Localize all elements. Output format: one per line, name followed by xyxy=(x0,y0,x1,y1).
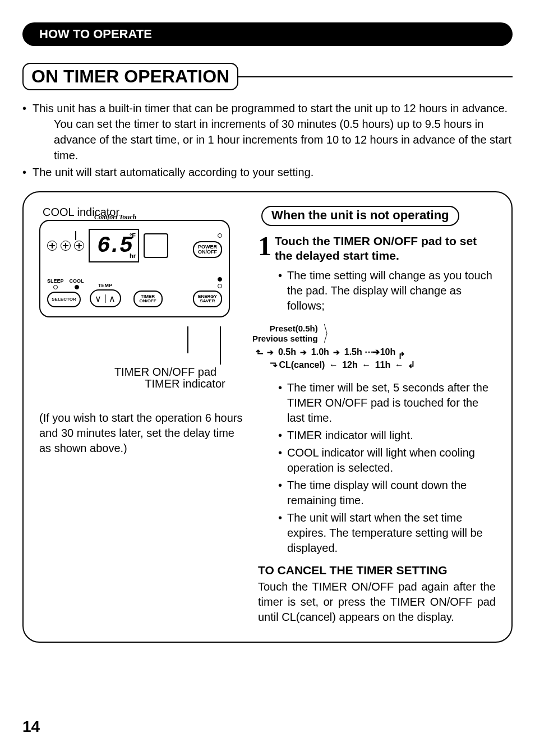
display-value: 6.5 xyxy=(97,233,131,259)
led-icon xyxy=(75,285,79,289)
button-label: ON/OFF xyxy=(198,249,217,255)
flow-left-labels: Preset(0.5h) Previous setting xyxy=(252,324,318,344)
label: SLEEP xyxy=(47,278,64,284)
timer-flow-diagram: Preset(0.5h) Previous setting 〉 ↲ 0.5h 1… xyxy=(252,321,496,371)
intro-text: You can set the timer to start in increm… xyxy=(33,116,513,163)
remote-top-row: 6.5 °F hr POWER ON/OFF xyxy=(47,229,222,262)
loop-arrow-icon: ↲ xyxy=(398,350,405,361)
display-hr: hr xyxy=(130,252,136,259)
main-title: ON TIMER OPERATION xyxy=(22,63,238,90)
intro-text: This unit has a built-in timer that can … xyxy=(33,102,508,114)
timer-button: TIMER ON/OFF xyxy=(133,291,163,307)
callout-lines xyxy=(39,326,247,366)
step-1: 1 Touch the TIMER ON/OFF pad to set the … xyxy=(258,234,496,264)
down-arrow-icon: ∨ xyxy=(95,293,102,304)
intro-list: This unit has a built-in timer that can … xyxy=(22,100,513,180)
loop-arrow-icon: ↲ xyxy=(254,348,265,356)
arrow-icon xyxy=(360,360,372,370)
page-number: 14 xyxy=(22,718,40,736)
step-number: 1 xyxy=(258,234,271,264)
cool-indicator-callout: COOL indicator xyxy=(43,206,247,219)
arrow-icon xyxy=(298,347,308,357)
brand-label: Comfort Touch xyxy=(94,213,136,222)
timer-indicator-callout: TIMER indicator xyxy=(123,377,247,390)
flow-cancel-label: CL(cancel) xyxy=(279,360,325,370)
up-arrow-icon: ∧ xyxy=(109,293,116,304)
fan-icon xyxy=(61,241,71,251)
step-bullets: The timer will be set, 5 seconds after t… xyxy=(278,380,496,556)
fan-icon xyxy=(74,241,84,251)
flow-bottom-row: ↲ CL(cancel) 12h 11h ↲ xyxy=(269,359,415,370)
flow-value: 12h xyxy=(342,360,358,370)
label: Preset(0.5h) xyxy=(270,324,318,333)
led-icon xyxy=(53,285,58,289)
temp-buttons: ∨ | ∧ xyxy=(90,289,121,307)
arrow-icon xyxy=(328,360,340,370)
section-header: HOW TO OPERATE xyxy=(22,22,513,46)
title-rule xyxy=(237,76,513,77)
step-pre-bullets: The time setting will change as you touc… xyxy=(278,268,496,314)
button-label: ON/OFF xyxy=(139,298,156,303)
brace-icon: 〉 xyxy=(322,321,335,347)
power-button: POWER ON/OFF xyxy=(193,241,222,258)
arrow-icon xyxy=(393,360,405,370)
temp-label: TEMP xyxy=(98,283,112,288)
energy-saver-button: ENERGY SAVER xyxy=(193,291,222,307)
step-title: Touch the TIMER ON/OFF pad to set the de… xyxy=(275,234,496,264)
flow-value: 1.5h xyxy=(344,347,362,357)
remote-diagram: Comfort Touch 6.5 °F hr POWER xyxy=(39,220,230,317)
label: COOL xyxy=(70,278,84,284)
arrow-icon xyxy=(265,347,275,357)
bullet-text: The unit will start when the set time ex… xyxy=(278,510,496,556)
timer-led xyxy=(218,277,222,282)
flow-value: 10h xyxy=(380,347,396,357)
cool-indicator: COOL xyxy=(70,278,84,289)
display-screen: 6.5 °F hr xyxy=(89,229,139,262)
bullet-text: The timer will be set, 5 seconds after t… xyxy=(278,380,496,426)
loop-arrow-icon: ↲ xyxy=(408,359,415,370)
button-label: SAVER xyxy=(200,298,215,303)
flow-top-row: ↲ 0.5h 1.0h 1.5h ⋯➔ 10h ↲ xyxy=(256,347,415,357)
cancel-heading: TO CANCEL THE TIMER SETTING xyxy=(258,564,496,577)
example-note: (If you wish to start the operation 6 ho… xyxy=(39,411,247,456)
remote-bottom-row: SLEEP COOL SELECTOR TEMP ∨ xyxy=(47,277,222,307)
intro-bullet-2: The unit will start automatically accord… xyxy=(22,164,513,180)
fan-icons xyxy=(47,241,84,251)
main-title-row: ON TIMER OPERATION xyxy=(22,63,513,90)
arrow-icon xyxy=(331,347,342,357)
label: Previous setting xyxy=(252,334,318,343)
bullet-text: COOL indicator will light when cooling o… xyxy=(278,445,496,476)
right-column: When the unit is not operating 1 Touch t… xyxy=(258,206,496,625)
bullet-text: TIMER indicator will light. xyxy=(278,428,496,443)
bullet-text: The time setting will change as you touc… xyxy=(278,268,496,314)
flow-value: 0.5h xyxy=(278,347,296,357)
display-unit: °F xyxy=(130,232,136,239)
subheading-pill: When the unit is not operating xyxy=(261,206,459,226)
sleep-indicator: SLEEP xyxy=(47,278,64,289)
flow-value: 1.0h xyxy=(311,347,329,357)
blank-panel xyxy=(144,233,168,258)
left-column: COOL indicator Comfort Touch 6.5 °F hr xyxy=(39,206,247,625)
flow-value: 11h xyxy=(375,360,391,370)
loop-arrow-icon: ↲ xyxy=(269,361,279,368)
energy-led xyxy=(218,284,222,288)
selector-button: SELECTOR xyxy=(47,292,81,307)
cancel-text: Touch the TIMER ON/OFF pad again after t… xyxy=(258,579,496,625)
bullet-text: The time display will count down the rem… xyxy=(278,478,496,508)
fan-icon xyxy=(47,241,57,251)
power-led xyxy=(218,233,222,238)
intro-bullet-1: This unit has a built-in timer that can … xyxy=(22,100,513,163)
timer-pad-callout: TIMER ON/OFF pad xyxy=(84,366,247,379)
instruction-panel: COOL indicator Comfort Touch 6.5 °F hr xyxy=(22,191,513,643)
